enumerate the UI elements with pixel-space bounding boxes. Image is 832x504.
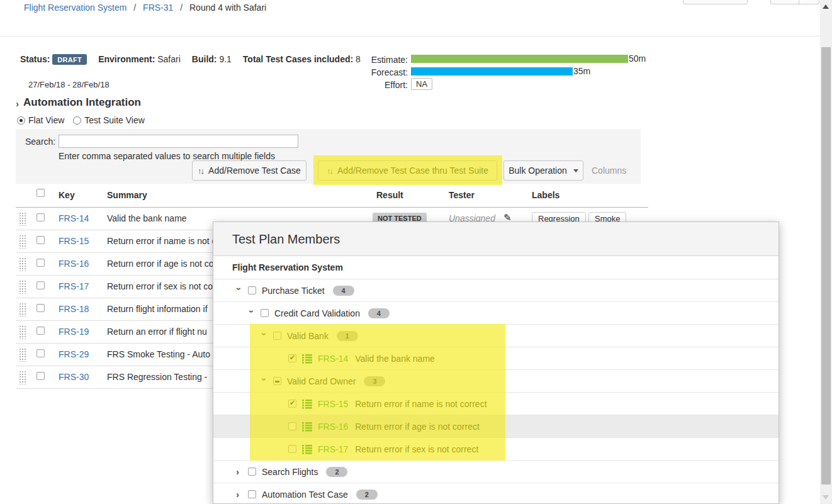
add-remove-testcase-button[interactable]: ↑↓ Add/Remove Test Case [192,160,306,181]
breadcrumb-project-link[interactable]: Flight Reservation System [24,3,126,13]
testcase-summary: Return error if sex is not correct [107,281,230,291]
suite-checkbox[interactable] [248,286,256,294]
tree-suite-row[interactable]: › Search Flights 2 [213,461,779,483]
tree-root-label: Flight Reservation System [213,256,779,279]
testcase-key[interactable]: FRS-14 [318,354,348,364]
tree-testcase-row[interactable]: FRS-14 Valid the bank name [213,347,779,370]
tree-suite-row[interactable]: › Valid Card Owner 3 [213,370,779,393]
drag-handle-icon[interactable] [19,303,26,316]
scroll-down-arrow-icon[interactable] [823,495,829,500]
flat-view-option[interactable]: Flat View [17,115,64,125]
drag-handle-icon[interactable] [19,348,26,362]
testcase-checkbox[interactable] [288,400,296,408]
testcase-key[interactable]: FRS-16 [318,422,348,432]
testcase-key-link[interactable]: FRS-17 [59,281,89,291]
testcase-list-icon [302,444,312,454]
tree-testcase-row[interactable]: FRS-15 Return error if name is not corre… [213,393,779,415]
chevron-right-icon[interactable]: › [236,466,242,477]
tree-testcase-row[interactable]: FRS-16 Return error if age is not correc… [213,415,779,438]
forecast-value: 35m [573,66,590,76]
bulk-operation-label: Bulk Operation [509,165,567,176]
col-labels: Labels [532,190,559,200]
suite-view-radio[interactable] [73,116,81,125]
progress-labels: Estimate: Forecast: Effort: [352,53,408,91]
row-checkbox[interactable] [37,304,45,312]
tree-suite-row[interactable]: › Purchase Ticket 4 [213,279,779,302]
suite-checkbox[interactable] [273,332,281,340]
breadcrumb-separator: / [180,3,183,13]
testcase-key-link[interactable]: FRS-16 [59,259,89,269]
testcase-title: Return error if name is not correct [355,399,486,409]
forecast-label: Forecast: [352,66,408,79]
drag-handle-icon[interactable] [19,212,26,226]
suite-checkbox[interactable] [261,309,269,317]
testcase-key[interactable]: FRS-17 [318,444,348,454]
suite-label: Credit Card Validation [274,308,360,318]
testcase-checkbox[interactable] [288,422,296,430]
breadcrumb: Flight Reservation System / FRS-31 / Rou… [24,3,266,13]
add-remove-thru-suite-label: Add/Remove Test Case thru Test Suite [337,165,488,176]
count-badge: 2 [326,467,347,477]
testcase-key[interactable]: FRS-15 [318,399,348,409]
testcase-checkbox[interactable] [288,354,296,362]
row-checkbox[interactable] [37,372,45,380]
status-badge: DRAFT [52,54,87,65]
drag-handle-icon[interactable] [19,235,26,249]
testcase-key-link[interactable]: FRS-19 [59,327,89,337]
suite-checkbox[interactable] [248,490,256,498]
drag-handle-icon[interactable] [19,280,26,294]
flat-view-radio[interactable] [17,116,25,125]
cropped-toolbar-button[interactable] [683,0,748,4]
breadcrumb-issue-link[interactable]: FRS-31 [143,3,173,13]
add-remove-thru-suite-button[interactable]: ↑↓ Add/Remove Test Case thru Test Suite [318,160,497,181]
breadcrumb-current: Round 4 with Safari [189,3,266,13]
count-badge: 1 [337,331,358,341]
drag-handle-icon[interactable] [19,325,26,339]
cropped-toolbar-split-button[interactable] [770,0,819,4]
status-label: Status: [20,54,50,64]
suite-view-option[interactable]: Test Suite View [73,115,144,125]
columns-button[interactable]: Columns [592,165,626,176]
dialog-title: Test Plan Members [213,222,779,256]
row-checkbox[interactable] [37,327,45,335]
testcase-key-link[interactable]: FRS-29 [59,349,89,359]
drag-handle-icon[interactable] [19,371,26,384]
testcase-key-link[interactable]: FRS-15 [59,236,89,246]
testcase-list-icon [302,354,312,364]
vertical-scrollbar[interactable] [820,0,832,504]
add-remove-testcase-label: Add/Remove Test Case [208,165,301,176]
select-all-checkbox[interactable] [37,189,45,197]
testcase-key-link[interactable]: FRS-14 [59,213,89,223]
suite-checkbox-indeterminate[interactable] [273,377,281,385]
testcase-key-link[interactable]: FRS-30 [59,372,89,382]
chevron-right-icon[interactable]: › [236,489,242,500]
drag-handle-icon[interactable] [19,257,26,271]
chevron-down-icon[interactable]: › [247,310,257,316]
suite-label: Purchase Ticket [262,286,325,296]
chevron-down-icon[interactable]: › [234,288,245,294]
chevron-down-icon[interactable]: › [259,378,270,384]
chevron-down-icon[interactable]: › [259,333,270,339]
scrollbar-thumb[interactable] [821,47,831,484]
tree-testcase-row[interactable]: FRS-17 Return error if sex is not correc… [213,438,779,461]
tree-suite-row[interactable]: › Valid Bank 1 [213,325,779,347]
tree-suite-row[interactable]: › Automation Test Case 2 [213,483,779,504]
testcase-title: Valid the bank name [355,354,435,364]
count-badge: 4 [368,308,390,318]
row-checkbox[interactable] [37,259,45,267]
search-input[interactable] [59,135,298,148]
section-title: Automation Integration [23,96,141,109]
row-checkbox[interactable] [37,213,45,221]
suite-label: Valid Card Owner [287,376,356,386]
tree-suite-row[interactable]: › Credit Card Validation 4 [213,302,779,325]
row-checkbox[interactable] [37,281,45,289]
row-checkbox[interactable] [37,236,45,244]
row-checkbox[interactable] [37,349,45,357]
testcase-checkbox[interactable] [288,445,296,453]
bulk-operation-button[interactable]: Bulk Operation [503,160,583,181]
testcase-key-link[interactable]: FRS-18 [59,304,89,314]
section-collapse-icon[interactable]: › [16,98,19,109]
count-badge: 3 [364,376,385,386]
suite-checkbox[interactable] [248,468,256,476]
scroll-up-arrow-icon[interactable] [823,4,829,9]
